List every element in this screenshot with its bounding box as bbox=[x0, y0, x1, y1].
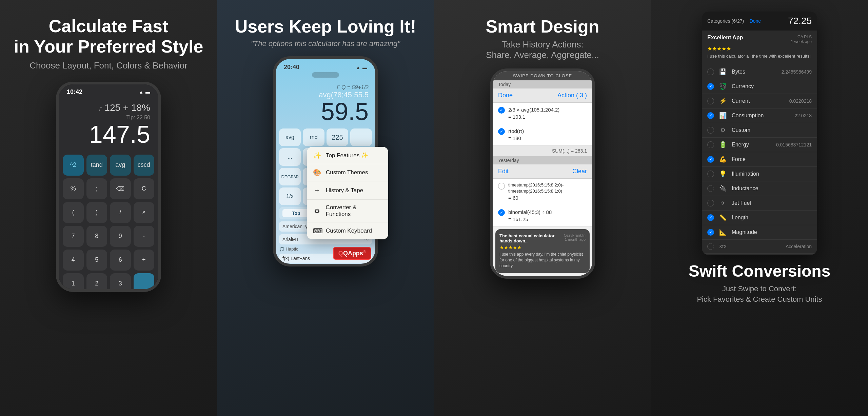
key-cscd[interactable]: cscd bbox=[134, 155, 155, 176]
radio-force[interactable] bbox=[707, 156, 714, 163]
key-8[interactable]: 8 bbox=[86, 226, 107, 247]
key-2[interactable]: 2 bbox=[86, 273, 107, 292]
radio-energy[interactable] bbox=[707, 141, 714, 148]
conv-item-current[interactable]: ⚡ Current 0.0220218 bbox=[702, 94, 817, 108]
radio-illumination[interactable] bbox=[707, 171, 714, 177]
history-text-1: 2/3 × avg(105.1;204.2) = 103.1 bbox=[508, 106, 559, 120]
popup-item-keyboard[interactable]: ⌨ Custom Keyboard bbox=[307, 222, 388, 239]
radio-bytes[interactable] bbox=[707, 68, 714, 75]
key-open-paren[interactable]: ( bbox=[63, 202, 84, 223]
key-semicolon[interactable]: ; bbox=[86, 178, 107, 199]
radio-consumption[interactable] bbox=[707, 112, 714, 119]
radio-jetfuel[interactable] bbox=[707, 200, 714, 206]
conv-categories-label: Categories (6/27) Done bbox=[707, 18, 761, 24]
history-check-3[interactable] bbox=[498, 183, 505, 190]
key-pow2[interactable]: ^2 bbox=[63, 155, 84, 176]
conv-reviewer-name: Excellent App bbox=[707, 35, 743, 41]
conv-item-illumination[interactable]: 💡 Illumination bbox=[702, 167, 817, 181]
phone-frame-1: 10:42 ▲ ▬ Γ 125 + 18% Tip: 22.50 147.5 bbox=[56, 82, 161, 292]
conv-review-section: Excellent App CA PLS 1 week ago ★★★★★ I … bbox=[702, 31, 817, 63]
status-icons-2: ▲ ▬ bbox=[356, 65, 367, 70]
done-button[interactable]: Done bbox=[750, 18, 761, 24]
phone-mockup-2: 20:40 ▲ ▬ Γ Q = 59+1/2 avg(78;45;55.5 59… bbox=[273, 56, 378, 266]
conv-item-currency[interactable]: 💱 Currency bbox=[702, 79, 817, 94]
history-check-2[interactable]: ✓ bbox=[498, 128, 505, 135]
toolbar-edit-btn[interactable]: Edit bbox=[498, 168, 509, 175]
calc-keys-1: ^2 tand avg cscd % ; ⌫ C ( ) / × 7 8 9 - bbox=[59, 152, 158, 292]
history-item-1: ✓ 2/3 × avg(105.1;204.2) = 103.1 bbox=[493, 103, 592, 124]
key-minus[interactable]: - bbox=[134, 226, 155, 247]
key-6[interactable]: 6 bbox=[110, 250, 131, 271]
current-icon: ⚡ bbox=[719, 97, 727, 105]
radio-currency[interactable] bbox=[707, 83, 714, 90]
key-plus[interactable]: + bbox=[134, 250, 155, 271]
key-backspace[interactable]: ⌫ bbox=[110, 178, 131, 199]
battery-icon-2: ▬ bbox=[362, 65, 367, 70]
review-name-3: The best casual calculator hands down.. bbox=[499, 233, 564, 243]
currency-icon: 💱 bbox=[719, 83, 727, 90]
key2-rnd[interactable]: rnd bbox=[303, 128, 324, 146]
popup-label-features: Top Features ✨ bbox=[326, 152, 368, 159]
popup-label-history: History & Tape bbox=[326, 187, 363, 194]
popup-item-converter[interactable]: ⚙ Converter & Functions bbox=[307, 200, 388, 222]
panel2-title-block: Users Keep Loving It! "The options this … bbox=[235, 16, 416, 48]
radio-custom[interactable] bbox=[707, 127, 714, 134]
key-5[interactable]: 5 bbox=[86, 250, 107, 271]
label-inductance: Inductance bbox=[732, 185, 807, 192]
key-equals[interactable]: = bbox=[134, 273, 155, 292]
toggle-top[interactable]: Top bbox=[282, 209, 310, 217]
popup-item-themes[interactable]: 🎨 Custom Themes bbox=[307, 164, 388, 181]
panel-users-loving: Users Keep Loving It! "The options this … bbox=[217, 0, 434, 416]
radio-current[interactable] bbox=[707, 98, 714, 104]
calc-display-2: Γ Q = 59+1/2 avg(78;45;55.5 59.5 bbox=[276, 80, 375, 126]
key-divide[interactable]: / bbox=[110, 202, 131, 223]
label-length: Length bbox=[732, 215, 807, 221]
key-7[interactable]: 7 bbox=[63, 226, 84, 247]
popup-item-features[interactable]: ✨ Top Features ✨ bbox=[307, 147, 388, 164]
key-1[interactable]: 1 bbox=[63, 273, 84, 292]
status-time-1: 10:42 bbox=[67, 88, 82, 96]
conv-item-magnitude[interactable]: 📐 Magnitude bbox=[702, 225, 817, 240]
history-check-4[interactable]: ✓ bbox=[498, 209, 505, 216]
energy-icon: 🔋 bbox=[719, 141, 727, 148]
conv-item-energy[interactable]: 🔋 Energy 0.015683712121 bbox=[702, 138, 817, 152]
toolbar-done-btn[interactable]: Done bbox=[498, 92, 513, 99]
toolbar-action-btn[interactable]: Action ( 3 ) bbox=[557, 92, 587, 99]
popup-item-history[interactable]: ＋ History & Tape bbox=[307, 181, 388, 200]
key-multiply[interactable]: × bbox=[134, 202, 155, 223]
radio-magnitude[interactable] bbox=[707, 229, 714, 236]
conv-item-inductance[interactable]: 🔌 Inductance bbox=[702, 181, 817, 196]
key-3[interactable]: 3 bbox=[110, 273, 131, 292]
key2-dots[interactable]: ... bbox=[279, 148, 301, 166]
radio-acceleration[interactable] bbox=[707, 243, 714, 250]
label-currency: Currency bbox=[732, 83, 807, 90]
history-text-2: rtod(π) = 180 bbox=[508, 127, 524, 142]
conv-item-jetfuel[interactable]: ✈ Jet Fuel bbox=[702, 196, 817, 211]
history-check-1[interactable]: ✓ bbox=[498, 107, 505, 114]
conv-item-custom[interactable]: ⚙ Custom bbox=[702, 123, 817, 138]
conv-item-length[interactable]: 📏 Length bbox=[702, 211, 817, 225]
panel3-subtitle: Take History Actions: Share, Average, Ag… bbox=[486, 39, 599, 60]
key2-1x[interactable]: 1/x bbox=[279, 187, 301, 205]
toolbar-clear-btn[interactable]: Clear bbox=[572, 168, 587, 175]
key2-avg[interactable]: avg bbox=[279, 128, 301, 146]
conv-header: Categories (6/27) Done 72.25 bbox=[702, 12, 817, 31]
key-tand[interactable]: tand bbox=[86, 155, 107, 176]
key-percent[interactable]: % bbox=[63, 178, 84, 199]
value-bytes: 2.2455986499 bbox=[781, 69, 812, 75]
conv-item-force[interactable]: 💪 Force bbox=[702, 152, 817, 167]
conv-item-acceleration[interactable]: XtX Acceleration bbox=[702, 240, 817, 254]
key-avg[interactable]: avg bbox=[110, 155, 131, 176]
panel1-title-block: Calculate Fast in Your Preferred Style C… bbox=[14, 16, 203, 71]
radio-length[interactable] bbox=[707, 214, 714, 221]
key-clear[interactable]: C bbox=[134, 178, 155, 199]
key2-deg[interactable]: DEGRAD bbox=[279, 168, 301, 185]
phone-notch-2 bbox=[312, 72, 339, 78]
conv-item-bytes[interactable]: 💾 Bytes 2.2455986499 bbox=[702, 65, 817, 79]
conv-item-consumption[interactable]: 📊 Consumption 22.0218 bbox=[702, 108, 817, 123]
panel3-title-block: Smart Design Take History Actions: Share… bbox=[486, 16, 599, 60]
key-close-paren[interactable]: ) bbox=[86, 202, 107, 223]
key-9[interactable]: 9 bbox=[110, 226, 131, 247]
radio-inductance[interactable] bbox=[707, 185, 714, 192]
key-4[interactable]: 4 bbox=[63, 250, 84, 271]
